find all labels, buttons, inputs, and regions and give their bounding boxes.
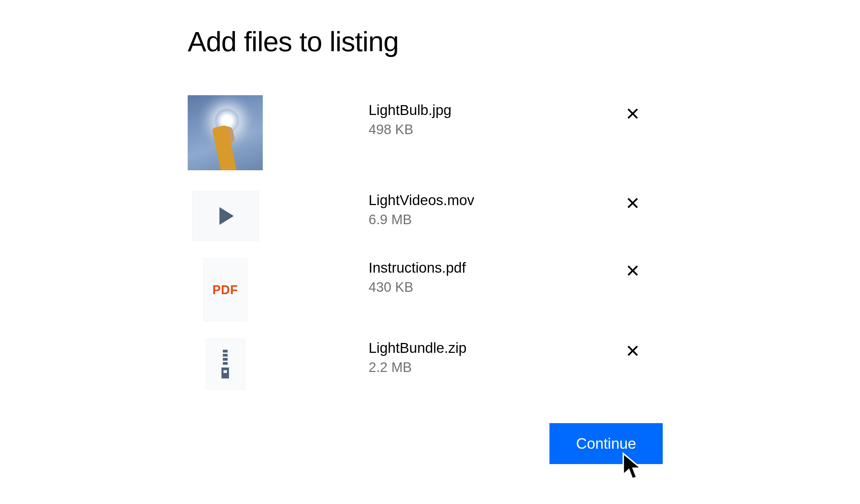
file-size: 6.9 MB [369,212,474,227]
remove-file-button[interactable] [625,105,641,122]
pdf-icon: PDF [213,283,238,297]
file-name: LightVideos.mov [369,192,474,208]
file-list: LightBulb.jpg 498 KB LightVideos.mov 6.9… [188,95,665,407]
file-row: LightVideos.mov 6.9 MB [188,191,665,241]
file-size: 430 KB [369,279,466,295]
remove-file-button[interactable] [625,195,641,211]
svg-rect-7 [223,354,228,357]
file-thumbnail-video [188,191,263,241]
file-name: LightBulb.jpg [369,102,452,118]
close-icon [626,107,640,120]
svg-rect-6 [223,350,228,352]
file-row: LightBundle.zip 2.2 MB [188,339,665,390]
file-thumbnail-image [188,95,263,170]
file-thumbnail-pdf: PDF [188,258,263,321]
file-size: 2.2 MB [369,360,467,375]
file-name: LightBundle.zip [369,340,467,356]
svg-rect-9 [223,362,228,365]
close-icon [626,264,640,277]
file-size: 498 KB [369,122,452,137]
remove-file-button[interactable] [625,262,641,279]
file-row: LightBulb.jpg 498 KB [188,95,665,170]
svg-rect-8 [223,358,228,361]
zip-icon [220,350,230,378]
file-name: Instructions.pdf [369,260,466,276]
page-title: Add files to listing [188,26,665,58]
play-icon [219,207,234,225]
continue-button[interactable]: Continue [549,423,663,464]
file-row: PDF Instructions.pdf 430 KB [188,258,665,321]
file-thumbnail-zip [188,339,263,390]
remove-file-button[interactable] [625,343,641,359]
close-icon [626,344,640,358]
svg-rect-11 [224,370,227,373]
close-icon [626,196,640,210]
